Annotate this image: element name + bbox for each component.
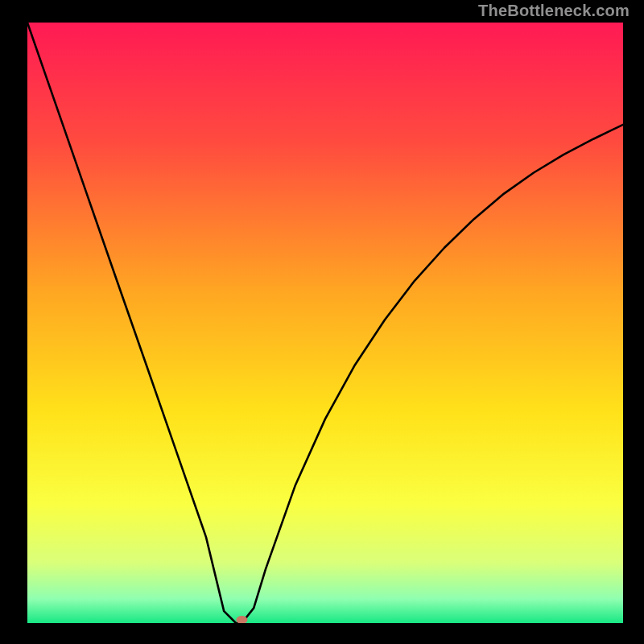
bottleneck-chart	[27, 23, 623, 623]
plot-background	[27, 23, 623, 623]
watermark-text: TheBottleneck.com	[478, 2, 630, 20]
chart-frame: TheBottleneck.com	[0, 0, 644, 644]
